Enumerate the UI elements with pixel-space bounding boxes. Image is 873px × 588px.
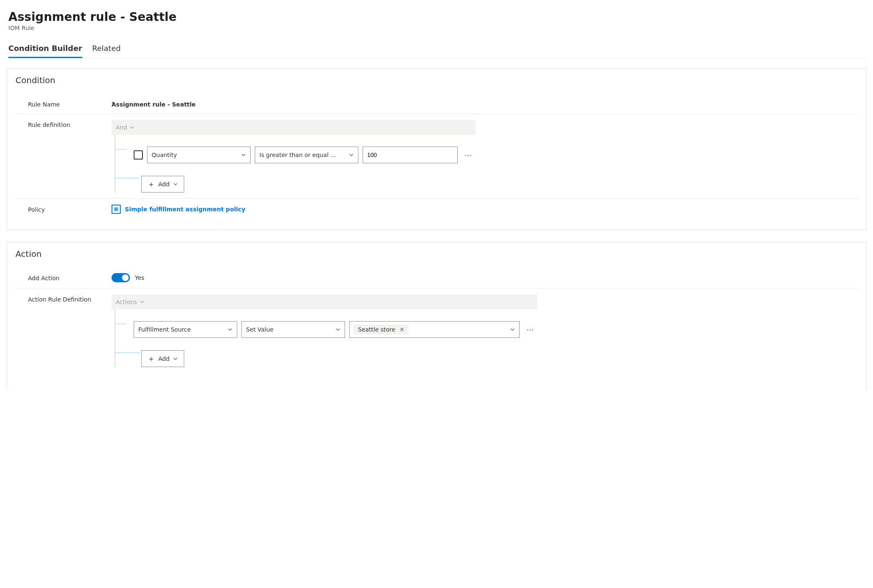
action-value-chip: Seattle store ✕: [354, 324, 409, 335]
page-subtitle: IOM Rule: [8, 25, 866, 31]
add-action-rule-button[interactable]: ＋ Add: [141, 350, 184, 367]
policy-link[interactable]: Simple fulfillment assignment policy: [112, 205, 245, 214]
condition-operator-dropdown[interactable]: Is greater than or equal ...: [255, 147, 358, 163]
tabs: Condition Builder Related: [7, 40, 866, 58]
rule-definition-label: Rule definition: [15, 120, 112, 128]
tab-condition-builder[interactable]: Condition Builder: [8, 40, 82, 58]
rule-name-value: Assignment rule - Seattle: [112, 99, 195, 108]
chevron-down-icon: [510, 327, 515, 332]
group-operator-actions[interactable]: Actions: [112, 294, 537, 309]
plus-icon: ＋: [147, 180, 155, 188]
condition-operator-value: Is greater than or equal ...: [259, 152, 336, 158]
condition-field-dropdown[interactable]: Quantity: [147, 147, 251, 163]
row-more-icon[interactable]: ⋯: [524, 325, 537, 334]
action-field-value: Fulfillment Source: [138, 326, 191, 333]
add-action-label: Add Action: [15, 273, 112, 281]
condition-value-input[interactable]: [363, 147, 458, 163]
close-icon[interactable]: ✕: [399, 326, 404, 333]
action-field-dropdown[interactable]: Fulfillment Source: [134, 321, 237, 338]
tab-related[interactable]: Related: [92, 40, 121, 58]
puzzle-icon: [112, 205, 121, 214]
chevron-down-icon: [173, 356, 178, 361]
condition-field-value: Quantity: [152, 152, 177, 158]
add-action-value: Yes: [135, 274, 145, 281]
action-operator-value: Set Value: [246, 326, 274, 333]
group-operator-and[interactable]: And: [112, 120, 475, 135]
condition-section: Condition Rule Name * Assignment rule - …: [7, 68, 866, 230]
group-operator-label: Actions: [116, 299, 137, 305]
chevron-down-icon: [173, 182, 178, 187]
plus-icon: ＋: [147, 355, 155, 362]
add-label: Add: [158, 355, 170, 362]
chevron-down-icon: [335, 327, 340, 332]
policy-label: Policy: [15, 205, 112, 213]
condition-title: Condition: [15, 75, 858, 85]
row-more-icon[interactable]: ⋯: [462, 151, 475, 160]
condition-row-checkbox[interactable]: [134, 150, 143, 160]
action-rule-definition-label: Action Rule Definition: [15, 294, 112, 303]
action-operator-dropdown[interactable]: Set Value: [241, 321, 345, 338]
add-label: Add: [158, 181, 170, 188]
chevron-down-icon: [140, 299, 145, 304]
page-title: Assignment rule - Seattle: [8, 10, 866, 24]
chevron-down-icon: [349, 152, 354, 157]
chevron-down-icon: [129, 125, 135, 130]
action-value-dropdown[interactable]: Seattle store ✕: [349, 321, 520, 338]
chevron-down-icon: [241, 152, 246, 157]
action-section: Action Add Action Yes Action Rule Defini…: [7, 242, 866, 390]
policy-link-text: Simple fulfillment assignment policy: [125, 206, 245, 213]
rule-name-label: Rule Name: [15, 99, 112, 108]
action-title: Action: [15, 249, 858, 259]
add-condition-button[interactable]: ＋ Add: [141, 176, 184, 193]
add-action-toggle[interactable]: [112, 273, 130, 282]
group-operator-label: And: [116, 124, 127, 131]
chevron-down-icon: [228, 327, 233, 332]
action-value-text: Seattle store: [358, 326, 395, 333]
